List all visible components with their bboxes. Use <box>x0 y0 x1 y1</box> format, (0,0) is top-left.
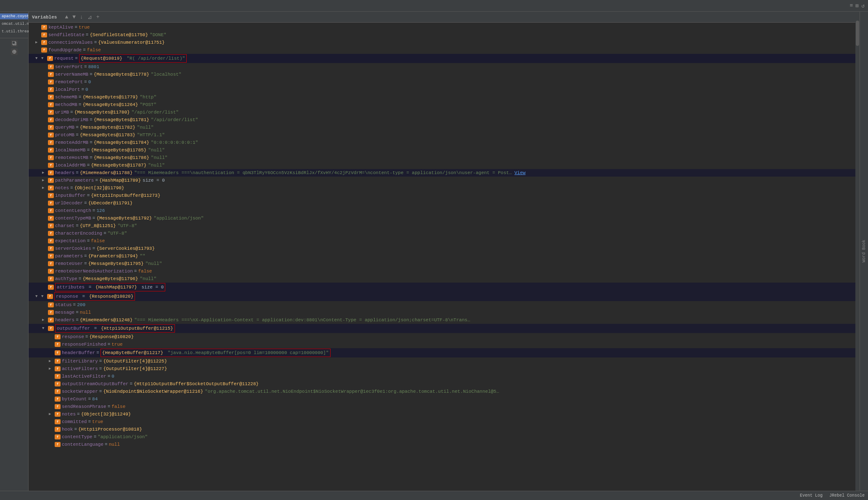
field-icon: f <box>55 374 61 379</box>
var-row-foundUpgrade[interactable]: f foundUpgrade = false <box>29 46 855 54</box>
var-row-queryMB[interactable]: f queryMB = {MessageBytes@11782} "null" <box>29 124 855 131</box>
var-row-remoteUser[interactable]: f remoteUser = {MessageBytes@11795} "nul… <box>29 260 855 267</box>
attributes-value-boxed: attributes = {HashMap@11797} size = 0 <box>55 283 165 291</box>
var-row-expectation[interactable]: f expectation = false <box>29 237 855 245</box>
var-row-byteCount[interactable]: f byteCount = 84 <box>29 395 855 403</box>
var-row-lastActiveFilter[interactable]: f lastActiveFilter = 0 <box>29 373 855 380</box>
toolbar-btn-3[interactable]: ↓ <box>79 13 85 21</box>
var-row-notes[interactable]: f notes = {Object[32]@11790} <box>29 184 855 192</box>
var-row-sendfileState[interactable]: f sendfileState = {SendfileState@11750} … <box>29 31 855 39</box>
scrollbar-thumb[interactable] <box>856 21 859 46</box>
var-row-pathParameters[interactable]: f pathParameters = {HashMap@11789} size … <box>29 177 855 184</box>
var-row-filterLibrary[interactable]: f filterLibrary = {OutputFilter[4]@11225… <box>29 357 855 365</box>
var-row-contentType[interactable]: f contentType = "application/json" <box>29 433 855 441</box>
expand-icon[interactable] <box>42 185 48 191</box>
variables-section: Variables ▲ ▼ ↓ ⊿ + f keptAlive <box>29 12 855 491</box>
bottom-bar-jrebel[interactable]: JRebel Console <box>829 493 865 498</box>
var-row-response-inner[interactable]: f response = {Response@10820} <box>29 333 855 341</box>
field-icon: f <box>48 148 54 153</box>
var-row-attributes[interactable]: f attributes = {HashMap@11797} size = 0 <box>29 283 855 292</box>
expand-icon[interactable] <box>42 177 48 184</box>
toolbar-btn-2[interactable]: ▼ <box>71 13 77 21</box>
var-row-remoteUserNeedsAuthorization[interactable]: f remoteUserNeedsAuthorization = false <box>29 267 855 275</box>
expand-icon[interactable] <box>35 55 41 62</box>
main-area: apache.coyote) omcat.util.net) t.util.th… <box>0 12 868 491</box>
field-icon: f <box>55 389 61 394</box>
var-row-uriMB[interactable]: f uriMB = {MessageBytes@11780} "/api/ord… <box>29 108 855 116</box>
var-row-remotePort[interactable]: f remotePort = 0 <box>29 78 855 86</box>
call-stack-item-2[interactable]: omcat.util.net) <box>0 21 28 27</box>
var-row-serverNameMB[interactable]: f serverNameMB = {MessageBytes@11778} "l… <box>29 71 855 78</box>
expand-icon-2[interactable] <box>41 293 47 300</box>
menu-icon[interactable]: ≡ <box>850 3 853 9</box>
list-icon[interactable]: ⊞ <box>855 3 859 9</box>
var-row-headerBuffer[interactable]: f headerBuffer = {HeapByteBuffer@11217} … <box>29 348 855 357</box>
expand-icon[interactable] <box>49 411 55 418</box>
var-row-response[interactable]: f response = {Response@10820} <box>29 292 855 301</box>
var-row-decodedUriMB[interactable]: f decodedUriMB = {MessageBytes@11781} "/… <box>29 116 855 124</box>
expand-icon[interactable] <box>49 365 55 372</box>
field-icon: f <box>48 163 54 168</box>
var-row-socketWrapper[interactable]: f socketWrapper = {NioEndpoint$NioSocket… <box>29 388 855 395</box>
var-row-parameters[interactable]: f parameters = {Parameters@11794} "" <box>29 252 855 260</box>
var-row-localAddrMB[interactable]: f localAddrMB = {MessageBytes@11787} "nu… <box>29 161 855 169</box>
var-row-serverPort[interactable]: f serverPort = 8801 <box>29 63 855 71</box>
var-row-activeFilters[interactable]: f activeFilters = {OutputFilter[4]@11227… <box>29 365 855 373</box>
var-row-status[interactable]: f status = 200 <box>29 301 855 309</box>
var-row-headers-response[interactable]: f headers = {MimeHeaders@11248} "=== Mim… <box>29 316 855 324</box>
var-row-contentLanguage[interactable]: f contentLanguage = null <box>29 441 855 448</box>
side-tabs: Word Book <box>860 12 868 491</box>
var-row-headers-request[interactable]: f headers = {MimeHeaders@11788} "=== Mim… <box>29 169 855 177</box>
var-row-protoMB[interactable]: f protoMB = {MessageBytes@11783} "HTTP/1… <box>29 131 855 139</box>
var-row-hook[interactable]: f hook = {Http11Processor@10818} <box>29 426 855 433</box>
var-row-contentTypeMB[interactable]: f contentTypeMB = {MessageBytes@11792} "… <box>29 214 855 222</box>
link-btn[interactable] <box>11 48 18 55</box>
var-row-request[interactable]: f request = {Request@10819} "R( /api/ord… <box>29 54 855 63</box>
view-link[interactable]: View <box>514 169 525 176</box>
call-stack-item-1[interactable]: apache.coyote) <box>0 13 28 19</box>
var-row-notes-response[interactable]: f notes = {Object[32]@11249} <box>29 410 855 418</box>
var-row-outputStreamOutputBuffer[interactable]: f outputStreamOutputBuffer = {Http11Outp… <box>29 380 855 388</box>
var-row-remoteAddrMB[interactable]: f remoteAddrMB = {MessageBytes@11784} "0… <box>29 139 855 146</box>
outputBuffer-value-boxed: outputBuffer = {Http11OutputBuffer@11215… <box>55 324 175 333</box>
bottom-bar-event-log[interactable]: Event Log <box>800 493 823 498</box>
copy-btn[interactable] <box>11 40 18 47</box>
expand-icon[interactable] <box>35 293 41 300</box>
var-row-localNameMB[interactable]: f localNameMB = {MessageBytes@11785} "nu… <box>29 146 855 154</box>
var-row-connectionValues[interactable]: f connectionValues = {ValuesEnumerator@1… <box>29 39 855 46</box>
var-row-keptAlive[interactable]: f keptAlive = true <box>29 24 855 31</box>
call-stack-item-3[interactable]: t.util.threads) <box>0 29 28 34</box>
var-row-outputBuffer[interactable]: f outputBuffer = {Http11OutputBuffer@112… <box>29 324 855 333</box>
var-row-serverCookies[interactable]: f serverCookies = {ServerCookies@11793} <box>29 245 855 252</box>
field-icon: f <box>55 350 61 355</box>
expand-icon[interactable] <box>42 325 48 332</box>
toolbar-btn-5[interactable]: + <box>95 13 101 21</box>
side-tab-word-book[interactable]: Word Book <box>860 238 868 265</box>
var-row-sendReasonPhrase[interactable]: f sendReasonPhrase = false <box>29 403 855 410</box>
panel-toolbar: ▲ ▼ ↓ ⊿ + <box>64 13 101 21</box>
var-row-inputBuffer[interactable]: f inputBuffer = {Http11InputBuffer@11273… <box>29 192 855 199</box>
var-row-localPort[interactable]: f localPort = 0 <box>29 86 855 93</box>
var-row-urlDecoder[interactable]: f urlDecoder = {UDecoder@11791} <box>29 199 855 207</box>
var-row-charset[interactable]: f charset = {UTF_8@11251} "UTF-8" <box>29 222 855 230</box>
var-row-message[interactable]: f message = null <box>29 309 855 316</box>
var-row-authType[interactable]: f authType = {MessageBytes@11796} "null" <box>29 275 855 283</box>
toolbar-btn-filter[interactable]: ⊿ <box>86 13 93 21</box>
field-icon: f <box>48 185 54 190</box>
refresh-icon[interactable]: ↺ <box>861 3 865 9</box>
var-row-committed[interactable]: f committed = true <box>29 418 855 426</box>
scrollbar-track[interactable] <box>855 12 860 491</box>
toolbar-btn-1[interactable]: ▲ <box>64 13 69 21</box>
var-row-schemeMB[interactable]: f schemeMB = {MessageBytes@11779} "http" <box>29 93 855 101</box>
field-icon: f <box>55 342 61 347</box>
var-row-characterEncoding[interactable]: f characterEncoding = "UTF-8" <box>29 230 855 237</box>
expand-icon[interactable] <box>35 39 41 46</box>
var-row-contentLength[interactable]: f contentLength = 126 <box>29 207 855 214</box>
expand-icon[interactable] <box>42 317 48 323</box>
expand-icon[interactable] <box>49 358 55 365</box>
var-row-remoteHostMB[interactable]: f remoteHostMB = {MessageBytes@11786} "n… <box>29 154 855 161</box>
var-row-responseFinished[interactable]: f responseFinished = true <box>29 341 855 348</box>
var-row-methodMB[interactable]: f methodMB = {MessageBytes@11264} "POST" <box>29 101 855 108</box>
expand-icon[interactable] <box>42 169 48 176</box>
expand-icon-2[interactable] <box>41 55 47 62</box>
